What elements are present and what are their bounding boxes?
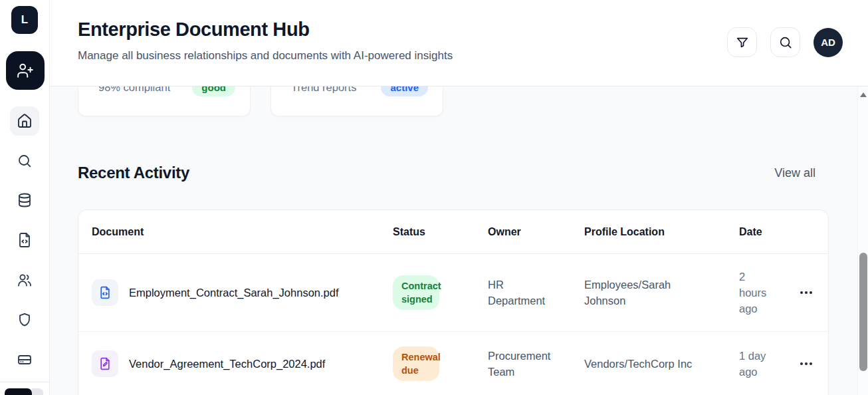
column-header-date: Date bbox=[739, 226, 775, 238]
scrollbar-track[interactable] bbox=[857, 86, 868, 395]
recent-activity-heading: Recent Activity bbox=[78, 164, 189, 182]
user-plus-icon bbox=[17, 62, 34, 79]
page-subtitle: Manage all business relationships and do… bbox=[78, 49, 453, 63]
table-row[interactable]: Vendor_Agreement_TechCorp_2024.pdf Renew… bbox=[78, 332, 828, 395]
owner-cell: Procurement Team bbox=[488, 348, 584, 380]
search-icon bbox=[778, 35, 793, 50]
column-header-status: Status bbox=[393, 226, 488, 238]
column-header-owner: Owner bbox=[488, 226, 584, 238]
sidebar-item-database[interactable] bbox=[17, 192, 33, 208]
user-avatar[interactable]: AD bbox=[814, 28, 843, 57]
sidebar-bottom-partial-button[interactable] bbox=[5, 388, 32, 395]
date-cell: 2 hours ago bbox=[739, 269, 775, 317]
shield-icon bbox=[17, 312, 33, 328]
sidebar: L bbox=[0, 0, 50, 395]
scroll-up-arrow[interactable] bbox=[860, 92, 867, 97]
search-icon bbox=[17, 153, 33, 169]
sidebar-item-search[interactable] bbox=[17, 153, 33, 169]
date-cell: 1 day ago bbox=[739, 348, 775, 380]
database-icon bbox=[17, 192, 33, 208]
file-code-icon bbox=[17, 232, 33, 248]
drive-icon bbox=[17, 352, 33, 368]
document-name: Employment_Contract_Sarah_Johnson.pdf bbox=[129, 287, 339, 299]
header-actions: AD bbox=[727, 27, 843, 57]
owner-cell: HR Department bbox=[488, 277, 584, 309]
page-header: Enterprise Document Hub Manage all busin… bbox=[50, 0, 868, 86]
status-badge: Renewal due bbox=[393, 346, 439, 381]
file-pen-icon bbox=[92, 350, 118, 377]
sidebar-item-file-code[interactable] bbox=[17, 232, 33, 248]
app-logo[interactable]: L bbox=[11, 6, 38, 34]
sidebar-item-drive[interactable] bbox=[17, 352, 33, 368]
table-header-row: Document Status Owner Profile Location D… bbox=[78, 210, 828, 254]
status-badge: Contract signed bbox=[393, 275, 439, 310]
table-row[interactable]: Employment_Contract_Sarah_Johnson.pdf Co… bbox=[78, 254, 828, 332]
profile-location-cell: Vendors/TechCorp Inc bbox=[584, 356, 739, 372]
row-menu-button[interactable] bbox=[800, 291, 815, 294]
file-code-icon bbox=[92, 279, 118, 306]
scrollbar-thumb[interactable] bbox=[859, 253, 867, 371]
sidebar-bottom-partial-secondary bbox=[32, 388, 43, 395]
profile-location-cell: Employees/Sarah Johnson bbox=[584, 277, 739, 309]
column-header-profile-location: Profile Location bbox=[584, 226, 739, 238]
recent-activity-table: Document Status Owner Profile Location D… bbox=[78, 209, 829, 395]
document-name: Vendor_Agreement_TechCorp_2024.pdf bbox=[129, 358, 325, 370]
search-button[interactable] bbox=[770, 27, 800, 57]
sidebar-item-home[interactable] bbox=[10, 106, 39, 136]
sidebar-item-shield[interactable] bbox=[17, 312, 33, 328]
sidebar-item-users[interactable] bbox=[17, 272, 33, 288]
home-icon bbox=[17, 113, 33, 129]
filter-icon bbox=[735, 35, 750, 50]
page-title: Enterprise Document Hub bbox=[78, 19, 310, 41]
row-menu-button[interactable] bbox=[800, 362, 815, 365]
users-icon bbox=[17, 272, 33, 288]
sidebar-divider bbox=[0, 382, 50, 382]
document-cell: Vendor_Agreement_TechCorp_2024.pdf bbox=[92, 350, 393, 377]
view-all-link[interactable]: View all bbox=[774, 166, 815, 180]
column-header-document: Document bbox=[92, 226, 393, 238]
sidebar-item-add-user[interactable] bbox=[6, 51, 45, 90]
filter-button[interactable] bbox=[727, 27, 757, 57]
document-cell: Employment_Contract_Sarah_Johnson.pdf bbox=[92, 279, 393, 306]
